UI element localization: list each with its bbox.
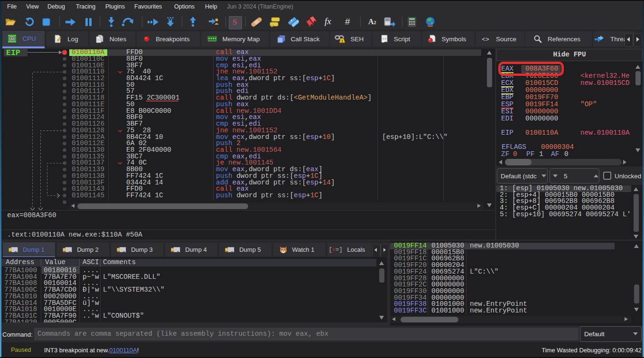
- svg-text:32: 32: [10, 37, 14, 41]
- svg-text:<>: <>: [383, 37, 386, 41]
- svg-text:<>: <>: [482, 36, 489, 43]
- svg-text:!: !: [341, 39, 343, 43]
